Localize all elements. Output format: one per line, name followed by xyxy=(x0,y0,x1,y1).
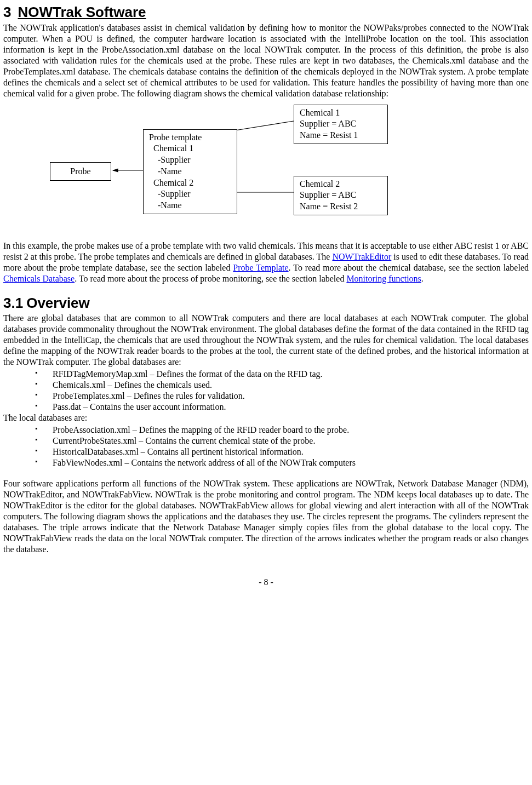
section31-para2: Four software applications perform all f… xyxy=(3,478,529,555)
link-probe-template[interactable]: Probe Template xyxy=(233,263,288,272)
list-item: Pass.dat – Contains the user account inf… xyxy=(35,402,529,412)
relationship-diagram: Probe Probe template Chemical 1 -Supplie… xyxy=(3,105,496,236)
para2-text: . To read more about the chemical databa… xyxy=(289,263,529,272)
diagram-box-chemical-2: Chemical 2 Supplier = ABC Name = Resist … xyxy=(294,176,388,215)
link-chemicals-database[interactable]: Chemicals Database xyxy=(3,274,75,283)
tmpl-line: -Name xyxy=(149,200,231,211)
heading-number: 3.1 xyxy=(3,294,23,312)
local-db-intro: The local databases are: xyxy=(3,412,529,423)
chem2-line: Chemical 2 xyxy=(300,179,382,190)
list-item: Chemicals.xml – Defines the chemicals us… xyxy=(35,380,529,391)
heading-section-3: 3NOWTrak Software xyxy=(3,3,529,21)
list-item: ProbeAssociation.xml – Defines the mappi… xyxy=(35,425,529,436)
tmpl-line: -Name xyxy=(149,166,231,177)
list-item: CurrentProbeStates.xml – Contains the cu… xyxy=(35,436,529,446)
chem2-line: Supplier = ABC xyxy=(300,190,382,201)
chem1-line: Name = Resist 1 xyxy=(300,130,382,141)
section31-para1: There are global databases that are comm… xyxy=(3,313,529,368)
section3-para2: In this example, the probe makes use of … xyxy=(3,240,529,284)
chem2-line: Name = Resist 2 xyxy=(300,201,382,213)
link-nowtrakeditor[interactable]: NOWTrakEditor xyxy=(332,252,391,261)
chem1-line: Chemical 1 xyxy=(300,107,382,119)
list-item: RFIDTagMemoryMap.xml – Defines the forma… xyxy=(35,369,529,380)
spacer xyxy=(3,468,529,477)
heading-section-3-1: 3.1Overview xyxy=(3,294,529,312)
page-number: - 8 - xyxy=(3,577,529,588)
para2-text: . xyxy=(421,274,424,283)
heading-title: NOWTrak Software xyxy=(18,4,146,20)
chem1-line: Supplier = ABC xyxy=(300,118,382,130)
para2-text: . To read more about the process of prob… xyxy=(75,274,346,283)
heading-number: 3 xyxy=(3,3,11,21)
tmpl-line: Chemical 2 xyxy=(149,177,231,189)
diagram-probe-label: Probe xyxy=(70,167,90,176)
local-db-list: ProbeAssociation.xml – Defines the mappi… xyxy=(3,425,529,468)
section3-para1: The NOWTrak application's databases assi… xyxy=(3,22,529,99)
global-db-list: RFIDTagMemoryMap.xml – Defines the forma… xyxy=(3,369,529,412)
tmpl-line: Chemical 1 xyxy=(149,143,231,154)
link-monitoring-functions[interactable]: Monitoring functions xyxy=(346,274,421,283)
tmpl-line: -Supplier xyxy=(149,188,231,200)
tmpl-line: -Supplier xyxy=(149,154,231,166)
diagram-box-probe: Probe xyxy=(50,162,111,181)
heading-title: Overview xyxy=(26,295,90,311)
list-item: ProbeTemplates.xml – Defines the rules f… xyxy=(35,391,529,402)
list-item: HistoricalDatabases.xml – Contains all p… xyxy=(35,446,529,457)
tmpl-line: Probe template xyxy=(149,132,231,144)
list-item: FabViewNodes.xml – Contains the network … xyxy=(35,457,529,468)
diagram-box-chemical-1: Chemical 1 Supplier = ABC Name = Resist … xyxy=(294,105,388,144)
diagram-box-template: Probe template Chemical 1 -Supplier -Nam… xyxy=(143,129,237,215)
